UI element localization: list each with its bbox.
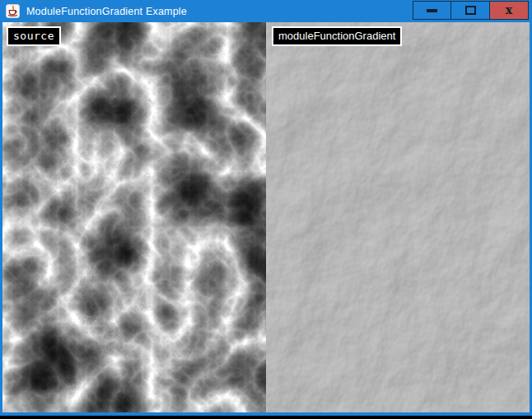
titlebar[interactable]: ModuleFunctionGradient Example x (0, 0, 532, 22)
gradient-image-label: moduleFunctionGradient (272, 26, 402, 46)
app-window: ModuleFunctionGradient Example x (0, 0, 532, 416)
window-controls: x (413, 1, 529, 20)
bottom-black-strip (0, 416, 532, 419)
window-title: ModuleFunctionGradient Example (26, 6, 187, 17)
close-icon: x (506, 4, 512, 16)
maximize-button[interactable] (451, 1, 490, 20)
module-function-gradient-image (266, 22, 530, 412)
minimize-button[interactable] (413, 1, 451, 20)
content-area: source (2, 22, 530, 412)
source-noise-image (2, 22, 266, 412)
source-image-label: source (7, 26, 61, 46)
close-button[interactable]: x (490, 1, 529, 20)
maximize-icon (465, 6, 476, 15)
source-image-panel: source (2, 22, 266, 412)
java-coffee-cup-icon[interactable] (6, 4, 20, 18)
minimize-icon (427, 9, 437, 12)
gradient-image-panel: moduleFunctionGradient (266, 22, 530, 412)
